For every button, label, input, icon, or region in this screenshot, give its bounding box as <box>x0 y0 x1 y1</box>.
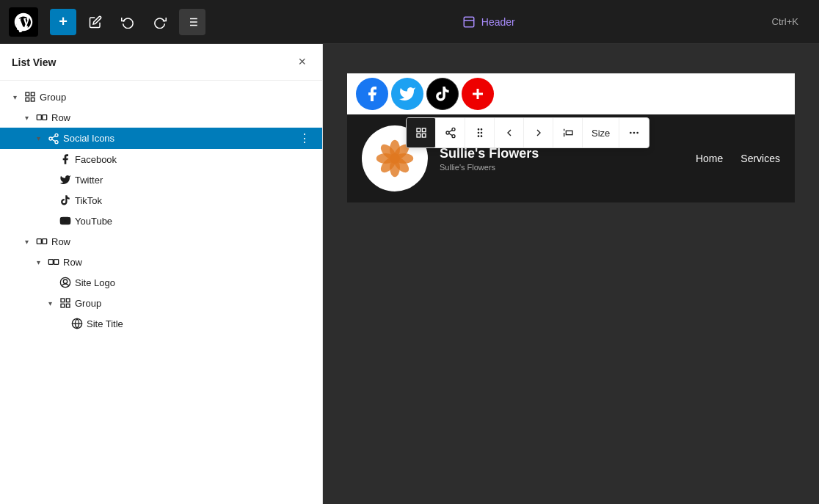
tree-item-twitter[interactable]: Twitter <box>0 169 322 190</box>
tiktok-icon <box>59 194 72 207</box>
social-icons-bar <box>347 73 795 114</box>
svg-rect-37 <box>422 134 426 137</box>
redo-button[interactable] <box>147 9 173 35</box>
svg-line-17 <box>52 139 56 142</box>
svg-point-14 <box>55 134 58 136</box>
svg-rect-29 <box>66 304 70 307</box>
svg-point-25 <box>63 280 67 283</box>
group-icon <box>59 296 72 310</box>
svg-line-18 <box>52 136 56 138</box>
facebook-icon <box>59 153 72 166</box>
tree-item-youtube[interactable]: YouTube <box>0 211 322 231</box>
svg-point-40 <box>452 135 455 138</box>
svg-rect-28 <box>61 304 65 307</box>
add-block-button[interactable]: + <box>50 9 76 35</box>
tree-item-label: Site Title <box>87 318 313 329</box>
row-icon <box>35 111 48 124</box>
undo-button[interactable] <box>114 9 141 35</box>
svg-rect-34 <box>417 128 421 132</box>
group-icon <box>23 90 37 103</box>
tree-item-label: TikTok <box>75 195 313 206</box>
site-tagline: Sullie's Flowers <box>440 163 539 172</box>
svg-rect-6 <box>464 17 474 27</box>
tree-item-label: Group <box>40 92 313 103</box>
svg-rect-10 <box>26 98 29 101</box>
tree-item-label: Row <box>63 257 313 268</box>
svg-rect-9 <box>31 92 34 96</box>
size-dropdown[interactable]: Size <box>583 118 619 147</box>
prev-block-button[interactable] <box>495 118 524 147</box>
more-options-icon[interactable]: ⋮ <box>296 131 313 145</box>
nav-home[interactable]: Home <box>696 153 723 164</box>
chevron-icon: ▾ <box>9 91 21 103</box>
svg-rect-20 <box>37 239 41 244</box>
tree-item-facebook[interactable]: Facebook <box>0 149 322 169</box>
svg-rect-27 <box>66 299 70 302</box>
site-logo-icon <box>59 276 72 289</box>
next-block-button[interactable] <box>524 118 553 147</box>
tree-item-label: Row <box>51 112 313 123</box>
nav-links: Home Services <box>696 153 780 164</box>
block-label: Header <box>462 15 515 29</box>
list-view-button[interactable] <box>179 9 205 35</box>
block-toolbar: Size <box>406 117 649 148</box>
youtube-icon <box>59 214 72 227</box>
svg-rect-8 <box>26 92 29 96</box>
svg-rect-36 <box>417 134 421 137</box>
site-title-icon <box>70 317 84 330</box>
chevron-icon: ▾ <box>32 133 44 145</box>
add-social-btn[interactable] <box>462 78 494 110</box>
toolbar: + Header Ctrl+K <box>0 0 819 44</box>
list-view-panel: List View × ▾Group▾Row▾Social Icons⋮Face… <box>0 44 323 504</box>
svg-line-42 <box>448 130 452 132</box>
svg-rect-11 <box>31 98 34 101</box>
tree-item-tiktok[interactable]: TikTok <box>0 190 322 211</box>
tree-item-label: Twitter <box>75 175 313 186</box>
svg-point-48 <box>481 136 481 136</box>
svg-point-63 <box>390 153 400 164</box>
nav-services[interactable]: Services <box>740 153 780 164</box>
tree-item-row2[interactable]: ▾Row <box>0 231 322 252</box>
twitter-icon <box>59 173 72 186</box>
svg-rect-35 <box>422 128 426 132</box>
chevron-icon: ▾ <box>21 112 32 123</box>
tree-item-label: Social Icons <box>63 133 293 144</box>
tree-item-site-logo[interactable]: Site Logo <box>0 272 322 293</box>
close-list-view-button[interactable]: × <box>294 53 310 71</box>
tree-item-group[interactable]: ▾Group <box>0 87 322 107</box>
tree-item-label: YouTube <box>75 216 313 227</box>
svg-line-41 <box>448 134 452 136</box>
drag-handle-button[interactable] <box>465 118 495 147</box>
preview-area: Size <box>323 44 819 504</box>
tree-item-row1[interactable]: ▾Row <box>0 107 322 128</box>
site-info: Sullie's Flowers Sullie's Flowers <box>440 146 539 172</box>
share-icon <box>47 132 60 145</box>
svg-point-52 <box>630 132 632 134</box>
svg-point-45 <box>478 136 478 136</box>
svg-point-43 <box>478 129 478 130</box>
shortcut-label: Ctrl+K <box>772 16 810 27</box>
chevron-icon: ▾ <box>44 297 56 309</box>
tree-item-group2[interactable]: ▾Group <box>0 293 322 313</box>
svg-point-44 <box>478 132 478 133</box>
share-button[interactable] <box>436 118 465 147</box>
twitter-social-btn[interactable] <box>391 78 423 110</box>
svg-rect-51 <box>566 131 572 134</box>
tree-item-row3[interactable]: ▾Row <box>0 252 322 272</box>
tree-item-social-icons[interactable]: ▾Social Icons⋮ <box>0 128 322 149</box>
svg-point-54 <box>637 132 639 134</box>
wp-logo[interactable] <box>9 7 38 37</box>
align-button[interactable] <box>553 118 583 147</box>
list-view-title: List View <box>12 56 56 68</box>
block-type-button[interactable] <box>407 118 436 147</box>
facebook-social-btn[interactable] <box>356 78 388 110</box>
main-area: List View × ▾Group▾Row▾Social Icons⋮Face… <box>0 44 819 504</box>
svg-rect-12 <box>37 115 41 120</box>
svg-rect-23 <box>54 260 59 265</box>
tree-item-label: Site Logo <box>75 277 313 288</box>
edit-tool-button[interactable] <box>82 9 109 35</box>
more-options-button[interactable] <box>619 118 649 147</box>
tiktok-social-btn[interactable] <box>426 78 459 110</box>
svg-point-53 <box>633 132 636 134</box>
tree-item-site-title[interactable]: Site Title <box>0 313 322 334</box>
